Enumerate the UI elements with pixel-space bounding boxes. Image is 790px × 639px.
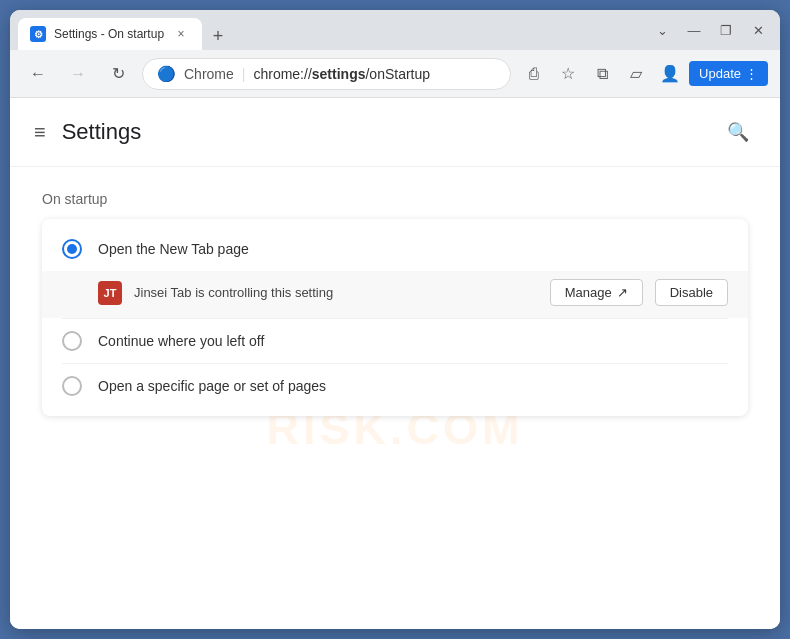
option-specific-label: Open a specific page or set of pages — [98, 378, 326, 394]
radio-continue[interactable] — [62, 331, 82, 351]
window-controls: ⌄ — ❐ ✕ — [648, 16, 772, 44]
option-new-tab[interactable]: Open the New Tab page — [42, 227, 748, 271]
url-text: chrome://settings/onStartup — [253, 66, 430, 82]
extension-notice: JT Jinsei Tab is controlling this settin… — [42, 271, 748, 318]
extension-icon: JT — [98, 281, 122, 305]
bookmark-button[interactable]: ☆ — [553, 59, 583, 89]
option-specific[interactable]: Open a specific page or set of pages — [42, 364, 748, 408]
option-new-tab-label: Open the New Tab page — [98, 241, 249, 257]
page-content: PC RISK.COM ≡ Settings 🔍 On startup Open… — [10, 98, 780, 629]
forward-button[interactable]: → — [62, 58, 94, 90]
sidebar-button[interactable]: ▱ — [621, 59, 651, 89]
title-bar: ⚙ Settings - On startup × + ⌄ — ❐ ✕ — [10, 10, 780, 50]
option-continue-label: Continue where you left off — [98, 333, 264, 349]
tab-close-button[interactable]: × — [172, 25, 190, 43]
tab-favicon: ⚙ — [30, 26, 46, 42]
new-tab-button[interactable]: + — [204, 22, 232, 50]
site-icon: 🔵 — [157, 65, 176, 83]
maximize-button[interactable]: ❐ — [712, 16, 740, 44]
separator: | — [242, 66, 246, 82]
address-bar[interactable]: 🔵 Chrome | chrome://settings/onStartup — [142, 58, 511, 90]
settings-body: On startup Open the New Tab page JT Jins… — [10, 167, 780, 440]
radio-new-tab[interactable] — [62, 239, 82, 259]
startup-options-card: Open the New Tab page JT Jinsei Tab is c… — [42, 219, 748, 416]
settings-header: ≡ Settings 🔍 — [10, 98, 780, 167]
browser-window: ⚙ Settings - On startup × + ⌄ — ❐ ✕ ← → … — [10, 10, 780, 629]
refresh-button[interactable]: ↻ — [102, 58, 134, 90]
back-button[interactable]: ← — [22, 58, 54, 90]
radio-specific[interactable] — [62, 376, 82, 396]
close-button[interactable]: ✕ — [744, 16, 772, 44]
update-button[interactable]: Update ⋮ — [689, 61, 768, 86]
extension-notice-text: Jinsei Tab is controlling this setting — [134, 285, 538, 300]
tab-title: Settings - On startup — [54, 27, 164, 41]
extension-button[interactable]: ⧉ — [587, 59, 617, 89]
share-button[interactable]: ⎙ — [519, 59, 549, 89]
chrome-label: Chrome — [184, 66, 234, 82]
section-label: On startup — [42, 191, 748, 207]
active-tab[interactable]: ⚙ Settings - On startup × — [18, 18, 202, 50]
nav-bar: ← → ↻ 🔵 Chrome | chrome://settings/onSta… — [10, 50, 780, 98]
hamburger-menu-button[interactable]: ≡ — [34, 121, 46, 144]
settings-search-button[interactable]: 🔍 — [720, 114, 756, 150]
minimize-button[interactable]: — — [680, 16, 708, 44]
tab-area: ⚙ Settings - On startup × + — [18, 10, 636, 50]
window-menu-button[interactable]: ⌄ — [648, 16, 676, 44]
option-continue[interactable]: Continue where you left off — [42, 319, 748, 363]
settings-page-title: Settings — [62, 119, 704, 145]
manage-button[interactable]: Manage ↗ — [550, 279, 643, 306]
profile-button[interactable]: 👤 — [655, 59, 685, 89]
disable-button[interactable]: Disable — [655, 279, 728, 306]
nav-actions: ⎙ ☆ ⧉ ▱ 👤 Update ⋮ — [519, 59, 768, 89]
